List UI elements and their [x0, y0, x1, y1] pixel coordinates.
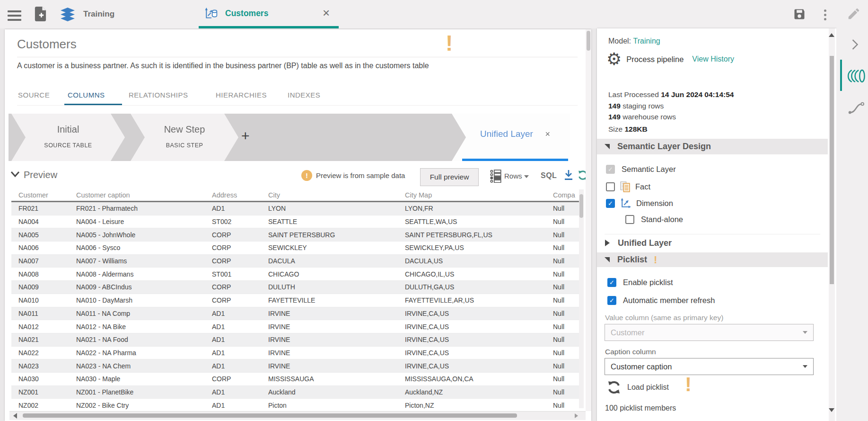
section-collapsed-icon[interactable]	[605, 240, 610, 246]
table-row[interactable]: NA011NA011 - NA CompAD1IRVINEIRVINE,CA,U…	[11, 307, 579, 321]
workspace-label[interactable]: Training	[83, 9, 114, 19]
value-column-label: Value column (same as primary key)	[605, 314, 723, 322]
column-header[interactable]: Address	[205, 189, 261, 201]
cell: IRVINE,CA,US	[398, 307, 546, 320]
fact-checkbox[interactable]	[606, 182, 615, 191]
column-header[interactable]: Compa	[546, 189, 579, 201]
tab-source[interactable]: SOURCE	[18, 91, 50, 99]
cell: NA012	[11, 320, 69, 333]
sidebar-scrollbar-thumb[interactable]	[830, 56, 834, 284]
load-picklist-warning-icon: !	[685, 373, 692, 396]
scroll-left-arrow-icon[interactable]	[13, 413, 17, 419]
pipeline-step-new-step[interactable]: New Step BASIC STEP	[131, 114, 238, 161]
section-expanded-icon[interactable]	[605, 144, 610, 149]
table-scrollbar-thumb[interactable]	[579, 194, 583, 218]
sidebar-scrollbar[interactable]	[829, 28, 835, 421]
hamburger-menu-icon[interactable]	[8, 8, 21, 23]
load-picklist-icon[interactable]	[606, 380, 622, 395]
table-row[interactable]: NA023NA023 - NA ChemAD1IRVINEIRVINE,CA,U…	[11, 359, 579, 373]
table-properties-rail-icon[interactable]	[847, 69, 866, 85]
unified-layer-close-icon[interactable]: ×	[545, 129, 550, 139]
scroll-right-arrow-icon[interactable]	[575, 413, 578, 418]
section-expanded-icon[interactable]	[605, 257, 610, 262]
table-row[interactable]: NA022NA022 - NA PharmaAD1IRVINEIRVINE,CA…	[11, 347, 579, 360]
pipeline-step-unified-layer[interactable]: Unified Layer ×	[452, 114, 570, 161]
table-row[interactable]: NA009NA009 - ABCIndusCORPDULUTHDULUTH,GA…	[11, 281, 579, 294]
cell: NA011 - NA Comp	[69, 307, 205, 320]
table-row[interactable]: NA004NA004 - LeisureST002SEATTLESEATTLE,…	[11, 215, 579, 229]
rows-dropdown-caret-icon[interactable]	[524, 175, 529, 178]
cell: CHICAGO,IL,US	[398, 268, 546, 280]
size-label: Size	[608, 125, 623, 133]
table-row[interactable]: FR021FR021 - PharmatechAD1LYONLYON,FRNul…	[11, 202, 579, 215]
table-row[interactable]: NA030NA030 - MapleCORPMISSISSAUGAMISSISS…	[11, 373, 579, 386]
caption-column-dropdown[interactable]: Customer caption	[605, 358, 814, 375]
table-row[interactable]: NA005NA005 - JohnWholeCORPSAINT PETERSBU…	[11, 228, 579, 242]
table-header-row: CustomerCustomer captionAddressCityCity …	[11, 189, 579, 202]
dimension-icon	[620, 198, 631, 209]
cell: AD1	[205, 333, 261, 346]
column-header[interactable]: City	[261, 189, 398, 201]
enable-picklist-checkbox[interactable]: ✓	[607, 278, 616, 287]
panel-scrollbar-thumb[interactable]	[587, 31, 590, 51]
tab-columns[interactable]: COLUMNS	[68, 91, 105, 99]
scroll-down-arrow-icon[interactable]	[829, 408, 834, 412]
dimension-checkbox[interactable]: ✓	[606, 199, 615, 208]
table-row[interactable]: NZ002NZ002 - Bike CtryAD1PictonPicton,NZ…	[11, 399, 579, 410]
horizontal-scrollbar[interactable]	[9, 411, 586, 420]
section-picklist[interactable]: Picklist !	[597, 252, 828, 267]
auto-refresh-checkbox[interactable]: ✓	[607, 296, 616, 305]
edit-pencil-icon[interactable]	[847, 7, 861, 23]
cell: Picton	[261, 399, 398, 410]
table-row[interactable]: NA021NA021 - NA FoodAD1IRVINEIRVINE,CA,U…	[11, 333, 579, 347]
tab-customers[interactable]: Customers	[225, 9, 268, 18]
add-step-button[interactable]: +	[241, 128, 250, 144]
collapse-panel-chevron-icon[interactable]	[850, 39, 860, 52]
cell: IRVINE,CA,US	[398, 320, 546, 333]
table-vertical-scrollbar[interactable]	[579, 189, 584, 408]
cell: SEWICKLEY,PA,US	[398, 242, 546, 254]
view-history-link[interactable]: View History	[692, 55, 734, 63]
value-column-dropdown[interactable]: Customer	[605, 324, 814, 341]
semantic-layer-checkbox[interactable]: ✓	[606, 165, 615, 174]
table-row[interactable]: NA008NA008 - AldermansST001CHICAGOCHICAG…	[11, 268, 579, 281]
pipeline-step-initial[interactable]: Initial SOURCE TABLE	[11, 114, 125, 161]
stand-alone-checkbox[interactable]	[625, 215, 634, 224]
tab-close-icon[interactable]: ×	[323, 8, 330, 18]
table-row[interactable]: NA007NA007 - WilliamsCORPDACULADACULA,US…	[11, 255, 579, 268]
full-preview-button[interactable]: Full preview	[420, 168, 479, 186]
section-title: Unified Layer	[618, 238, 672, 248]
sql-button[interactable]: SQL	[541, 171, 557, 180]
tab-relationships[interactable]: RELATIONSHIPS	[129, 91, 188, 99]
model-layers-icon[interactable]	[61, 8, 75, 23]
active-tab-underline	[199, 26, 339, 28]
tab-hierarchies[interactable]: HIERARCHIES	[216, 91, 267, 99]
table-row[interactable]: NA006NA006 - SyscoCORPSEWICKLEYSEWICKLEY…	[11, 242, 579, 255]
cell: LYON,FR	[398, 202, 546, 215]
more-options-kebab-icon[interactable]	[824, 8, 826, 22]
horizontal-scrollbar-thumb[interactable]	[23, 413, 517, 418]
table-row[interactable]: NA010NA010 - DayMarshCORPFAYETTEVILLEFAY…	[11, 294, 579, 307]
section-semantic-layer-design[interactable]: Semantic Layer Design	[597, 139, 828, 154]
panel-vertical-scrollbar[interactable]	[586, 29, 591, 411]
cell: AD1	[205, 359, 261, 372]
model-name-link[interactable]: Training	[633, 37, 660, 45]
column-header[interactable]: City Map	[398, 189, 546, 201]
load-picklist-button[interactable]: Load picklist	[627, 383, 669, 392]
rows-list-icon[interactable]	[490, 170, 501, 185]
table-row[interactable]: NA012NA012 - NA BikeAD1IRVINEIRVINE,CA,U…	[11, 320, 579, 333]
scroll-up-arrow-icon[interactable]	[829, 33, 834, 37]
preview-collapse-icon[interactable]	[9, 170, 21, 181]
new-document-icon[interactable]	[34, 7, 47, 23]
column-header[interactable]: Customer	[11, 189, 69, 201]
pipeline-rail-icon[interactable]	[848, 99, 865, 118]
tab-indexes[interactable]: INDEXES	[288, 91, 320, 99]
table-row[interactable]: NZ001NZ001 - PlanetBikeAD1AucklandAuckla…	[11, 386, 579, 399]
process-pipeline-button[interactable]: Process pipeline	[626, 55, 684, 64]
download-icon[interactable]	[564, 170, 573, 183]
save-icon[interactable]	[793, 8, 806, 23]
top-bar: Training Customers ×	[0, 0, 868, 28]
rows-dropdown[interactable]: Rows	[504, 172, 522, 180]
column-header[interactable]: Customer caption	[69, 189, 205, 201]
section-unified-layer[interactable]: Unified Layer	[597, 236, 828, 250]
